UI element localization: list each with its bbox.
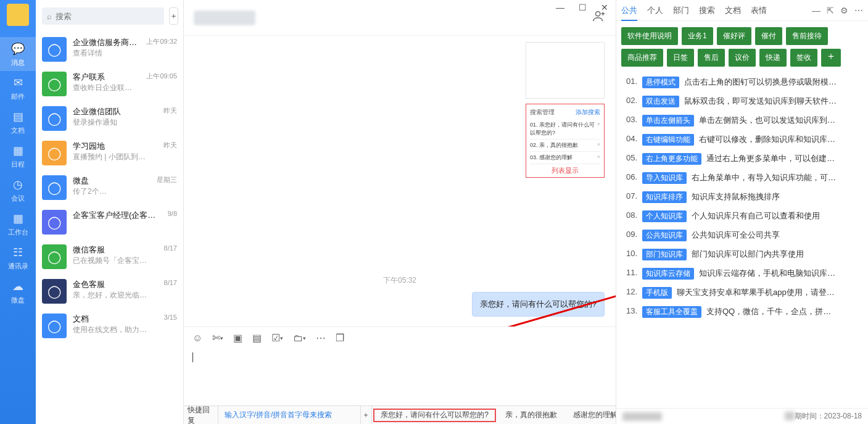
kb-item[interactable]: 04. 右键编辑功能 右键可以修改，删除知识库和知识库… xyxy=(622,130,862,149)
more-icon[interactable]: ⋯ xyxy=(316,332,326,344)
footer-time-label: 期时间： xyxy=(795,412,824,420)
kb-item[interactable]: 02. 双击发送 鼠标双击我，即可发送知识库到聊天软件… xyxy=(622,92,862,111)
kb-tag[interactable]: 商品推荐 xyxy=(621,49,663,67)
kb-item[interactable]: 13. 客服工具全覆盖 支持QQ，微信，千牛，企点，拼… xyxy=(622,302,862,322)
kb-tag-row: 软件使用说明业务1催好评催付售前接待商品推荐日签售后议价快递签收＋ xyxy=(616,21,868,67)
nav-contacts[interactable]: ☷通讯录 xyxy=(0,241,36,275)
conversation-list[interactable]: ◯ 企业微信服务商助手上午09:32 查看详情◯ 客户联系上午09:05 查收昨… xyxy=(36,32,183,424)
kb-list[interactable]: 01. 悬停模式 点击右上角的图钉可以切换悬停或吸附模…02. 双击发送 鼠标双… xyxy=(616,67,868,408)
conversation-item[interactable]: ◯ 企业微信团队昨天 登录操作通知 xyxy=(36,101,183,136)
kb-tag-add[interactable]: ＋ xyxy=(821,49,841,67)
tab-public[interactable]: 公共 xyxy=(621,5,637,21)
knowledge-panel: 公共 个人 部门 搜索 文档 表情 — ⇱ ⚙ ⋯ 软件使用说明业务1催好评催付… xyxy=(616,0,868,424)
search-input[interactable] xyxy=(56,12,159,21)
kb-item[interactable]: 07. 知识库排序 知识库支持鼠标拖拽排序 xyxy=(622,188,862,207)
file-icon[interactable]: ▤ xyxy=(252,332,262,344)
kb-item[interactable]: 12. 手机版 聊天宝支持安卓和苹果手机app使用，请登… xyxy=(622,283,862,302)
nav-drive[interactable]: ☁微盘 xyxy=(0,275,36,309)
conversation-preview: 查收昨日企业联… xyxy=(73,83,177,93)
quick-reply-hint[interactable]: 输入汉字/拼音/拼音首字母来搜索 xyxy=(218,410,360,420)
kb-badge: 导入知识库 xyxy=(642,172,687,184)
panel-row[interactable]: 02. 亲，真的很抱歉 xyxy=(530,141,578,149)
kb-tag[interactable]: 催付 xyxy=(755,27,782,45)
new-chat-button[interactable]: ＋ xyxy=(169,7,178,25)
conversation-column: ⌕ ＋ ◯ 企业微信服务商助手上午09:32 查看详情◯ 客户联系上午09:05… xyxy=(36,0,184,424)
image-icon[interactable]: ▣ xyxy=(233,332,242,344)
kb-item[interactable]: 06. 导入知识库 右上角菜单中，有导入知识库功能，可… xyxy=(622,168,862,188)
kb-item[interactable]: 01. 悬停模式 点击右上角的图钉可以切换悬停或吸附模… xyxy=(622,73,862,92)
panel-row[interactable]: 03. 感谢您的理解 xyxy=(530,154,572,162)
pin-icon[interactable]: ⇱ xyxy=(827,6,834,15)
tab-emoji[interactable]: 表情 xyxy=(751,5,767,16)
conversation-item[interactable]: ◯ 微信客服8/17 已在视频号「企客宝… xyxy=(36,239,183,274)
conversation-item[interactable]: ◯ 微盘星期三 传了2个… xyxy=(36,170,183,205)
conversation-item[interactable]: ◯ 文档3/15 使用在线文档，助力… xyxy=(36,309,183,343)
task-icon[interactable]: ☑▾ xyxy=(271,332,283,344)
kb-tag[interactable]: 软件使用说明 xyxy=(621,27,678,45)
tab-department[interactable]: 部门 xyxy=(673,5,689,16)
tab-search[interactable]: 搜索 xyxy=(699,5,715,16)
delete-icon[interactable]: × xyxy=(597,154,600,162)
minimize-button[interactable]: — xyxy=(553,2,568,12)
nav-meeting[interactable]: ◷会议 xyxy=(0,173,36,207)
footer-user: AAAAAAAA xyxy=(622,412,662,421)
delete-icon[interactable]: × xyxy=(597,121,600,137)
kb-item[interactable]: 05. 右上角更多功能 通过右上角更多菜单中，可以创建… xyxy=(622,149,862,168)
quote-icon[interactable]: ❐ xyxy=(336,332,344,344)
conversation-item[interactable]: ◯ 客户联系上午09:05 查收昨日企业联… xyxy=(36,67,183,101)
gear-icon[interactable]: ⚙ xyxy=(840,6,848,15)
more-icon[interactable]: ⋯ xyxy=(854,6,863,15)
kb-item[interactable]: 11. 知识库云存储 知识库云端存储，手机和电脑知识库… xyxy=(622,264,862,283)
search-input-wrap[interactable]: ⌕ xyxy=(42,7,164,25)
panel-row[interactable]: 01. 亲您好，请问有什么可以帮您的? xyxy=(530,121,597,137)
conversation-item[interactable]: ◯ 企业微信服务商助手上午09:32 查看详情 xyxy=(36,32,183,67)
minimize-icon[interactable]: — xyxy=(812,6,820,15)
kb-tag[interactable]: 售后 xyxy=(698,49,725,67)
calendar-icon: ▦ xyxy=(11,144,25,157)
kb-badge: 单击左侧箭头 xyxy=(642,115,694,127)
cloud-icon: ☁ xyxy=(11,280,25,293)
tab-doc[interactable]: 文档 xyxy=(725,5,741,16)
delete-icon[interactable]: × xyxy=(597,141,600,149)
kb-tag[interactable]: 催好评 xyxy=(717,27,751,45)
nav-calendar[interactable]: ▦日程 xyxy=(0,139,36,173)
kb-tag[interactable]: 售前接待 xyxy=(786,27,828,45)
quick-reply-add[interactable]: ＋ xyxy=(360,406,373,424)
kb-item[interactable]: 03. 单击左侧箭头 单击左侧箭头，也可以发送知识库到… xyxy=(622,111,862,130)
kb-tag[interactable]: 业务1 xyxy=(682,27,713,45)
kb-tag[interactable]: 快递 xyxy=(759,49,787,67)
kb-tag[interactable]: 日签 xyxy=(667,49,694,67)
kb-item[interactable]: 09. 公共知识库 公共知识库可全公司共享 xyxy=(622,226,862,245)
kb-badge: 手机版 xyxy=(642,287,672,299)
search-icon: ⌕ xyxy=(47,12,52,21)
conversation-item[interactable]: ◯ 学习园地昨天 直播预约 | 小团队到… xyxy=(36,136,183,170)
panel-add[interactable]: 添加搜索 xyxy=(576,108,600,117)
nav-docs[interactable]: ▤文档 xyxy=(0,105,36,139)
quick-chip[interactable]: 亲，真的很抱歉 xyxy=(498,409,564,422)
maximize-button[interactable]: ☐ xyxy=(575,2,590,12)
kb-item[interactable]: 10. 部门知识库 部门知识库可以部门内共享使用 xyxy=(622,245,862,264)
self-avatar[interactable] xyxy=(7,4,29,26)
kb-item[interactable]: 08. 个人知识库 个人知识库只有自己可以查看和使用 xyxy=(622,207,862,226)
attachment-thumbnail[interactable] xyxy=(526,42,605,99)
nav-messages[interactable]: 💬消息 xyxy=(0,37,36,71)
kb-index: 06. xyxy=(622,172,637,181)
nav-workbench[interactable]: ▦工作台 xyxy=(0,207,36,241)
left-nav-rail: 💬消息 ✉邮件 ▤文档 ▦日程 ◷会议 ▦工作台 ☷通讯录 ☁微盘 xyxy=(0,0,36,424)
nav-mail[interactable]: ✉邮件 xyxy=(0,71,36,105)
conversation-item[interactable]: ◯ 企客宝客户经理(企客…9/8 xyxy=(36,205,183,239)
folder-icon[interactable]: 🗀▾ xyxy=(293,333,306,344)
kb-text: 点击右上角的图钉可以切换悬停或吸附模… xyxy=(684,77,862,88)
close-button[interactable]: ✕ xyxy=(597,2,612,12)
emoji-icon[interactable]: ☺ xyxy=(192,333,202,344)
kb-tag[interactable]: 签收 xyxy=(790,49,817,67)
scissors-icon[interactable]: ✄▾ xyxy=(212,332,223,344)
quick-reply-label: 快捷回复 xyxy=(184,406,218,424)
message-input[interactable] xyxy=(184,349,616,405)
kb-index: 12. xyxy=(622,287,637,296)
conversation-title: 微盘 xyxy=(73,175,89,186)
tab-personal[interactable]: 个人 xyxy=(647,5,663,16)
quick-chip[interactable]: 亲您好，请问有什么可以帮您的? xyxy=(373,409,496,422)
conversation-item[interactable]: ◯ 金色客服8/17 亲，您好，欢迎光临… xyxy=(36,274,183,309)
kb-tag[interactable]: 议价 xyxy=(729,49,756,67)
